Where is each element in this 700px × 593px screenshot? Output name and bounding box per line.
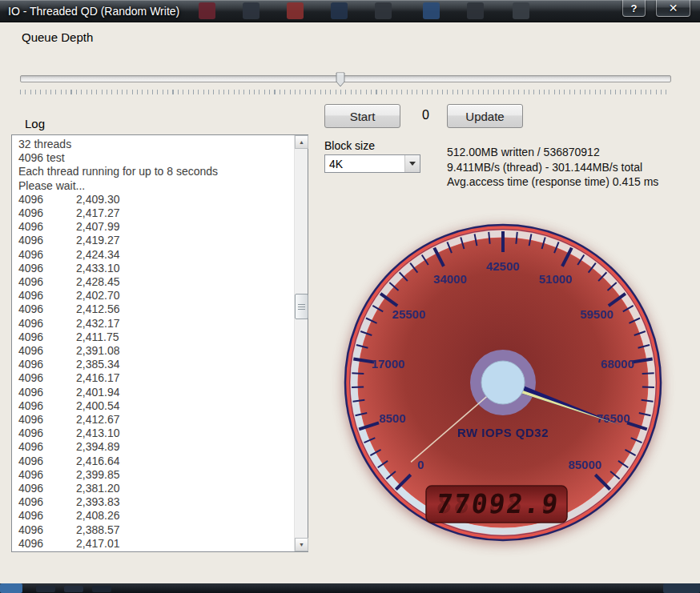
queue-depth-slider-track[interactable] <box>20 75 671 82</box>
close-button[interactable]: ✕ <box>656 0 690 17</box>
log-entry: 40962,394.89 <box>18 440 293 454</box>
block-size-value: 4K <box>325 158 404 170</box>
gauge-tick-label: 34000 <box>433 272 467 286</box>
block-size-label: Block size <box>324 139 375 152</box>
log-entry: 40962,407.99 <box>18 220 293 234</box>
taskbar-icon <box>243 2 259 19</box>
gauge-tick-label: 8500 <box>379 411 405 425</box>
taskbar-tray-fragment <box>663 583 700 593</box>
gauge-tick-label: 0 <box>417 458 424 471</box>
log-label: Log <box>25 117 45 130</box>
taskbar-icon <box>36 586 55 592</box>
log-entry: 40962,416.17 <box>18 371 293 385</box>
log-entry: 40962,432.17 <box>18 317 293 331</box>
status-access-time: Avg.access time (response time) 0.415 ms <box>447 174 658 190</box>
lcd-value: 77092.9 <box>434 488 561 519</box>
gauge-tick-label: 85000 <box>569 458 602 471</box>
log-entry: 40962,409.30 <box>18 193 293 206</box>
log-entry: 40962,411.75 <box>18 331 293 344</box>
log-entry: 40962,400.54 <box>18 399 293 413</box>
scrollbar-grip-icon <box>298 304 305 310</box>
help-button[interactable]: ? <box>622 0 646 17</box>
counter-value: 0 <box>422 108 429 122</box>
gauge-title: RW IOPS QD32 <box>457 426 549 439</box>
window-titlebar[interactable]: IO - Threaded QD (Random Write) ? ✕ <box>0 0 700 22</box>
taskbar-icon <box>199 2 215 19</box>
status-written: 512.00MB written / 536870912 <box>447 145 658 160</box>
block-size-combobox[interactable]: 4K <box>324 154 420 173</box>
log-scrollbar[interactable]: ▲ ▼ <box>294 135 308 551</box>
log-entry: 40962,401.94 <box>18 386 293 399</box>
gauge-tick-label: 59500 <box>580 307 614 321</box>
log-line: Please wait... <box>18 179 293 193</box>
queue-depth-slider-thumb[interactable] <box>336 72 345 87</box>
bottom-taskbar <box>0 583 700 593</box>
start-button[interactable]: Start <box>324 104 400 128</box>
taskbar-start-fragment <box>0 583 22 593</box>
taskbar-icon <box>467 2 484 19</box>
scroll-up-icon[interactable]: ▲ <box>295 135 308 149</box>
gauge-hub-cap <box>481 361 525 404</box>
scrollbar-thumb[interactable] <box>295 294 308 319</box>
queue-depth-slider-ticks <box>20 90 671 94</box>
window-body: Queue Depth Log Start 0 Update Block siz… <box>0 22 700 583</box>
log-entry: 40962,385.34 <box>18 358 293 371</box>
log-entry: 40962,424.34 <box>18 248 293 262</box>
status-panel: 512.00MB written / 536870912 9.411MB/s (… <box>447 145 658 190</box>
window-title: IO - Threaded QD (Random Write) <box>8 0 179 22</box>
status-throughput: 9.411MB/s (thread) - 301.144MB/s total <box>447 160 658 175</box>
scroll-down-icon[interactable]: ▼ <box>295 538 308 551</box>
taskbar-icon <box>64 586 83 592</box>
slider-thumb-shape <box>336 72 345 87</box>
update-button[interactable]: Update <box>447 104 523 128</box>
chevron-down-icon <box>409 162 416 166</box>
log-entry: 40962,408.26 <box>18 509 293 523</box>
gauge-tick-label: 42500 <box>486 259 520 273</box>
log-entry: 40962,393.83 <box>18 495 293 509</box>
log-entry: 40962,416.64 <box>18 455 293 468</box>
log-entry: 40962,417.27 <box>18 206 293 220</box>
gauge-tick-label: 51000 <box>539 272 573 286</box>
log-line: 4096 test <box>18 151 293 165</box>
gauge-tick-label: 17000 <box>372 357 405 371</box>
combo-dropdown-button[interactable] <box>404 155 420 172</box>
iops-gauge-panel: 0850017000255003400042500510005950068000… <box>343 222 663 543</box>
log-entry: 40962,419.27 <box>18 234 293 247</box>
log-entry: 40962,412.56 <box>18 303 293 316</box>
log-entry: 40962,412.67 <box>18 413 293 427</box>
iops-gauge: 0850017000255003400042500510005950068000… <box>343 222 663 543</box>
taskbar-icon <box>513 2 529 19</box>
taskbar-icon <box>331 2 348 19</box>
log-line: Each thread running for up to 8 seconds <box>18 165 293 178</box>
log-entry: 40962,388.57 <box>18 523 293 537</box>
log-textbox[interactable]: 32 threads4096 testEach thread running f… <box>11 134 308 552</box>
log-entry: 40962,399.85 <box>18 468 293 482</box>
log-line: 32 threads <box>18 138 293 151</box>
queue-depth-label: Queue Depth <box>22 30 93 44</box>
log-entry: 40962,391.08 <box>18 344 293 358</box>
gauge-tick-label: 68000 <box>601 357 634 371</box>
taskbar-icon <box>423 2 440 19</box>
log-entry: 40962,413.10 <box>18 427 293 440</box>
log-entry: 40962,402.70 <box>18 289 293 303</box>
log-entry: 40962,381.20 <box>18 482 293 495</box>
taskbar-icon <box>92 586 111 592</box>
log-entry: 40962,428.45 <box>18 275 293 289</box>
taskbar-icon <box>375 2 392 19</box>
taskbar-icon <box>287 2 304 19</box>
log-entry: 40962,417.01 <box>18 537 293 551</box>
log-entry: 40962,433.10 <box>18 262 293 275</box>
gauge-tick-label: 25500 <box>392 307 426 321</box>
log-content: 32 threads4096 testEach thread running f… <box>13 136 293 551</box>
